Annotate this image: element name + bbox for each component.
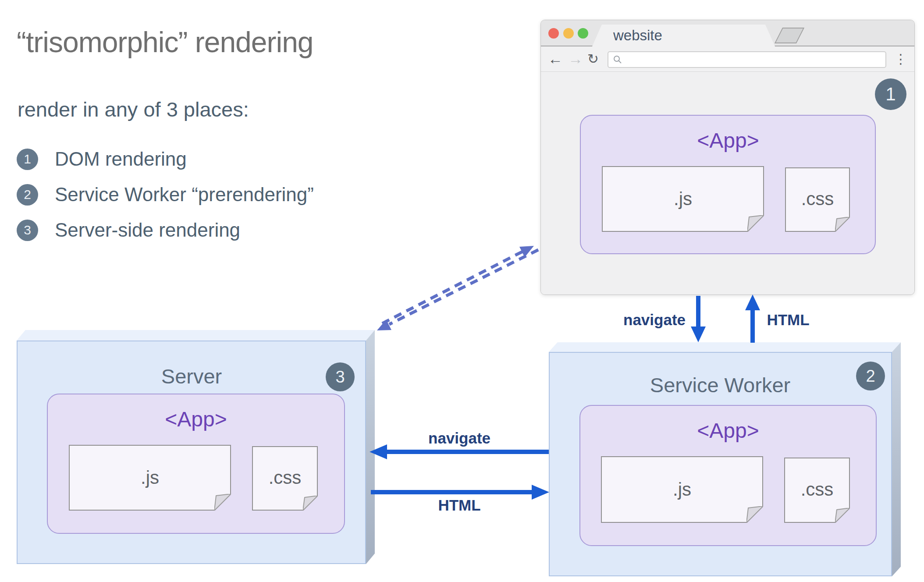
page-title: “trisomorphic” rendering <box>17 25 313 59</box>
navigate-left-label: navigate <box>428 429 490 447</box>
html-right-label: HTML <box>438 497 480 514</box>
service-worker-app-label: <App> <box>697 419 759 443</box>
search-icon <box>613 55 622 64</box>
folded-corner-icon <box>835 508 850 523</box>
browser-js-file-label: .js <box>674 188 692 209</box>
step-3-badge: 3 <box>326 362 355 391</box>
list-item-label: Server-side rendering <box>55 219 240 241</box>
server-css-file-label: .css <box>269 467 302 488</box>
list-number-badge: 2 <box>17 184 38 206</box>
server-app-label: <App> <box>165 407 227 431</box>
server-js-file-label: .js <box>141 467 159 488</box>
maximize-window-button[interactable] <box>578 28 588 39</box>
html-up-label: HTML <box>767 311 809 329</box>
service-worker-title: Service Worker <box>650 373 790 397</box>
refresh-icon[interactable]: ↻ <box>587 46 599 71</box>
browser-tab-bar: website <box>541 20 914 46</box>
back-icon[interactable]: ← <box>548 46 563 71</box>
close-window-button[interactable] <box>548 28 559 39</box>
forward-icon[interactable]: → <box>568 46 583 71</box>
dashed-arrow-to-browser <box>382 246 534 323</box>
dashed-arrow-to-server <box>377 250 538 330</box>
browser-tab-title: website <box>613 25 662 46</box>
trisomorphic-rendering-diagram: “trisomorphic” rendering render in any o… <box>0 0 924 582</box>
minimize-window-button[interactable] <box>563 28 574 39</box>
service-worker-box-top-face <box>549 342 901 352</box>
folded-corner-icon <box>835 217 850 232</box>
navigate-down-arrow <box>691 296 706 342</box>
list-item-server-side-rendering: 3 Server-side rendering <box>17 217 240 243</box>
browser-css-file-label: .css <box>801 188 834 209</box>
browser-menu-icon[interactable]: ⋮ <box>894 46 907 71</box>
server-title: Server <box>161 364 222 388</box>
folded-corner-icon <box>747 215 764 232</box>
new-tab-button[interactable] <box>775 28 804 43</box>
list-item-label: DOM rendering <box>55 148 187 170</box>
browser-app-label: <App> <box>697 128 759 153</box>
browser-toolbar: ← → ↻ ⋮ <box>541 46 914 72</box>
navigate-down-label: navigate <box>623 311 686 329</box>
list-item-label: Service Worker “prerendering” <box>55 184 314 206</box>
page-subtitle: render in any of 3 places: <box>18 97 249 121</box>
list-item-service-worker-prerendering: 2 Service Worker “prerendering” <box>17 181 314 208</box>
service-worker-js-file-label: .js <box>673 479 691 500</box>
service-worker-box-right-face <box>892 342 901 576</box>
service-worker-css-file-label: .css <box>801 479 834 500</box>
server-box-right-face <box>366 330 375 564</box>
folded-corner-icon <box>214 494 231 511</box>
step-1-badge: 1 <box>875 78 906 110</box>
list-number-badge: 1 <box>17 149 38 170</box>
folded-corner-icon <box>303 496 318 511</box>
address-bar-input[interactable] <box>608 51 886 68</box>
list-item-dom-rendering: 1 DOM rendering <box>17 146 187 172</box>
folded-corner-icon <box>746 506 763 523</box>
server-box-top-face <box>17 330 375 341</box>
step-2-badge: 2 <box>856 362 885 390</box>
list-number-badge: 3 <box>17 220 38 241</box>
html-up-arrow <box>745 295 760 343</box>
